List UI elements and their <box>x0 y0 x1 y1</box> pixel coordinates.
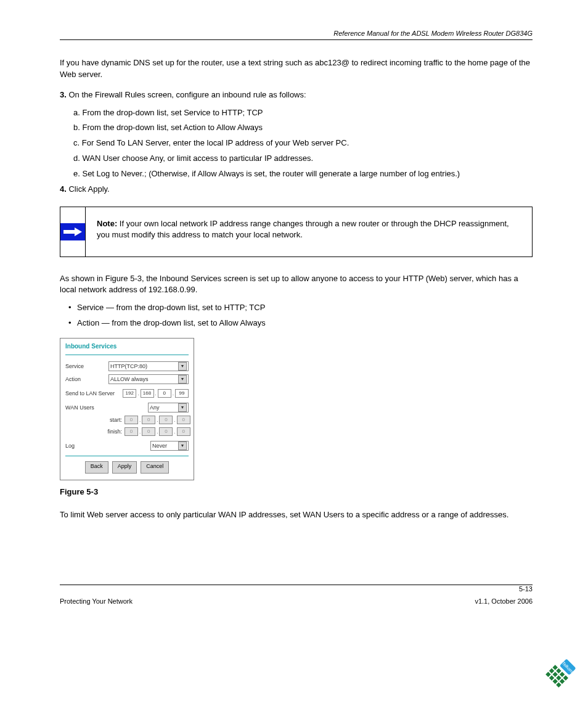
telkom-logo-icon: Telkom <box>539 657 577 697</box>
header-rule <box>60 39 533 40</box>
ip-octet-input[interactable]: 168 <box>141 389 154 398</box>
wan-users-select[interactable]: Any ▼ <box>148 403 189 413</box>
manual-title: Reference Manual for the ADSL Modem Wire… <box>60 30 533 37</box>
svg-rect-13 <box>553 679 558 684</box>
service-label: Service <box>65 363 108 371</box>
chevron-down-icon: ▼ <box>178 375 187 384</box>
ip-octet-input[interactable]: 99 <box>175 389 189 398</box>
svg-rect-7 <box>549 668 554 673</box>
step-3c: c. For Send To LAN Server, enter the loc… <box>73 138 533 149</box>
step-3d: d. WAN User choose Any, or limit access … <box>73 153 533 165</box>
log-label: Log <box>65 442 108 450</box>
ip-octet-input[interactable]: 0 <box>142 416 155 424</box>
send-to-label: Send to LAN Server <box>65 390 121 398</box>
ip-octet-input[interactable]: 0 <box>177 427 190 436</box>
cancel-button[interactable]: Cancel <box>141 461 169 474</box>
dialog-title: Inbound Services <box>65 342 189 356</box>
chevron-down-icon: ▼ <box>178 441 187 450</box>
svg-rect-9 <box>556 675 561 680</box>
note-label: Note: <box>97 219 117 228</box>
step-4: 4. Click Apply. <box>60 184 533 195</box>
apply-button[interactable]: Apply <box>112 461 137 474</box>
service-select[interactable]: HTTP(TCP:80) ▼ <box>108 361 189 371</box>
ip-octet-input[interactable]: 0 <box>158 389 171 398</box>
note-box: Note: If your own local network IP addre… <box>60 207 533 257</box>
step-3: 3. On the Firewall Rules screen, configu… <box>60 89 533 101</box>
after-figure-text: To limit Web server access to only parti… <box>60 509 533 521</box>
bullet-item: Service — from the drop-down list, set t… <box>68 302 533 314</box>
ip-octet-input[interactable]: 0 <box>142 427 155 436</box>
step-3-number: 3. <box>60 90 67 99</box>
svg-rect-12 <box>549 675 554 680</box>
step-4-number: 4. <box>60 184 67 194</box>
ip-octet-input[interactable]: 0 <box>159 416 173 424</box>
svg-rect-14 <box>556 682 561 687</box>
step-3-text: On the Firewall Rules screen, configure … <box>68 90 306 99</box>
ip-octet-input[interactable]: 0 <box>159 427 173 436</box>
step-4-text: Click Apply. <box>68 184 109 194</box>
ip-octet-input[interactable]: 0 <box>125 427 138 436</box>
note-icon-cell <box>60 207 86 257</box>
intro-paragraph: If you have dynamic DNS set up for the r… <box>60 57 533 81</box>
svg-rect-4 <box>556 668 561 673</box>
note-text: Note: If your own local network IP addre… <box>86 207 532 257</box>
svg-rect-11 <box>545 672 550 677</box>
footer-version: v1.1, October 2006 <box>475 597 533 605</box>
arrow-right-icon <box>60 223 85 240</box>
chevron-down-icon: ▼ <box>178 403 187 412</box>
chevron-down-icon: ▼ <box>178 362 187 371</box>
svg-rect-3 <box>553 665 558 670</box>
ip-octet-input[interactable]: 0 <box>177 416 190 424</box>
svg-rect-10 <box>560 679 565 684</box>
note-body: If your own local network IP address ran… <box>97 219 509 240</box>
finish-label: finish: <box>65 428 125 436</box>
start-label: start: <box>65 416 125 424</box>
step-3b: b. From the drop-down list, set Action t… <box>73 122 533 134</box>
step-3a: a. From the drop-down list, set Service … <box>73 107 533 119</box>
action-label: Action <box>65 376 108 384</box>
bullet-list: Service — from the drop-down list, set t… <box>68 302 533 329</box>
footer-chapter: Protecting Your Network <box>60 597 133 605</box>
svg-rect-6 <box>563 675 568 680</box>
action-select[interactable]: ALLOW always ▼ <box>108 374 189 384</box>
back-button[interactable]: Back <box>85 461 108 474</box>
step-3e: e. Set Log to Never.; (Otherwise, if All… <box>73 168 533 180</box>
figure-caption: Figure 5-3 <box>60 486 533 498</box>
page-number: 5-13 <box>60 585 533 593</box>
svg-rect-5 <box>560 672 565 677</box>
example-intro: As shown in Figure 5-3, the Inbound Serv… <box>60 273 533 297</box>
log-select[interactable]: Never ▼ <box>150 441 189 451</box>
svg-rect-8 <box>553 672 558 677</box>
inbound-services-dialog: Inbound Services Service HTTP(TCP:80) ▼ … <box>60 338 194 481</box>
svg-marker-0 <box>63 228 82 236</box>
ip-octet-input[interactable]: 192 <box>123 389 136 398</box>
bullet-item: Action — from the drop-down list, set to… <box>68 318 533 329</box>
ip-octet-input[interactable]: 0 <box>125 416 138 424</box>
wan-users-label: WAN Users <box>65 404 108 412</box>
